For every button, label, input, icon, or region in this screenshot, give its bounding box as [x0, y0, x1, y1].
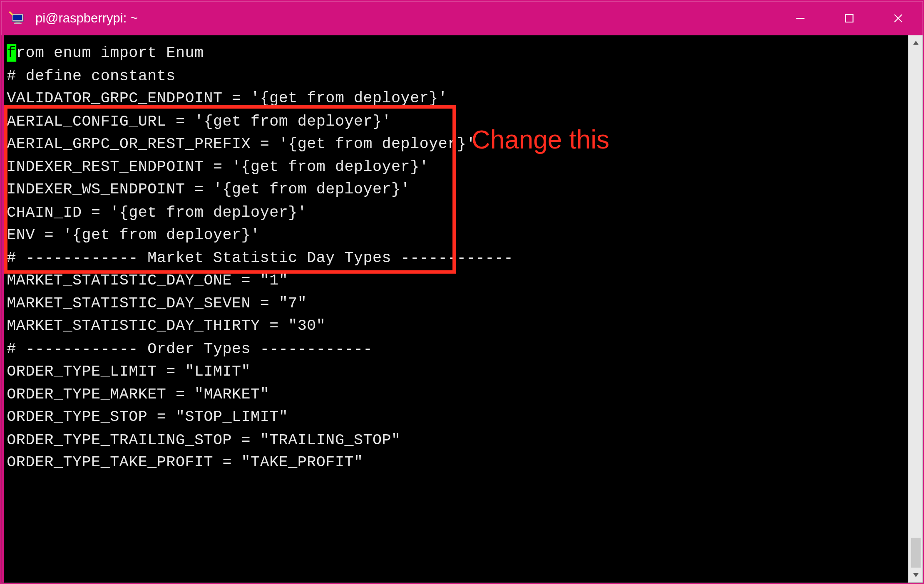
- terminal-area: from enum import Enum # define constants…: [1, 35, 923, 583]
- code-line: # ------------ Market Statistic Day Type…: [4, 247, 908, 270]
- code-line: ORDER_TYPE_STOP = "STOP_LIMIT": [4, 406, 908, 429]
- scrollbar[interactable]: [908, 35, 923, 583]
- code-line: MARKET_STATISTIC_DAY_SEVEN = "7": [4, 292, 908, 315]
- svg-rect-3: [14, 23, 22, 24]
- code-line: MARKET_STATISTIC_DAY_ONE = "1": [4, 270, 908, 292]
- code-line: INDEXER_REST_ENDPOINT = '{get from deplo…: [4, 156, 908, 179]
- code-line: CHAIN_ID = '{get from deployer}': [4, 201, 908, 224]
- code-line: AERIAL_CONFIG_URL = '{get from deployer}…: [4, 110, 908, 133]
- cursor: f: [7, 44, 16, 62]
- code-line: ORDER_TYPE_MARKET = "MARKET": [4, 383, 908, 406]
- close-button[interactable]: [874, 1, 923, 35]
- app-icon: [1, 2, 34, 35]
- maximize-button[interactable]: [825, 1, 874, 35]
- code-text: rom enum import Enum: [16, 44, 204, 62]
- window-title: pi@raspberrypi: ~: [34, 11, 138, 26]
- svg-rect-2: [15, 22, 20, 23]
- minimize-button[interactable]: [776, 1, 825, 35]
- code-line: # define constants: [4, 65, 908, 88]
- terminal-content[interactable]: from enum import Enum # define constants…: [4, 35, 908, 583]
- scroll-up-arrow[interactable]: [908, 35, 923, 50]
- annotation-label: Change this: [472, 129, 609, 152]
- code-line: ORDER_TYPE_LIMIT = "LIMIT": [4, 361, 908, 384]
- window-titlebar[interactable]: pi@raspberrypi: ~: [1, 1, 923, 35]
- code-line: INDEXER_WS_ENDPOINT = '{get from deploye…: [4, 178, 908, 201]
- code-line: VALIDATOR_GRPC_ENDPOINT = '{get from dep…: [4, 88, 908, 111]
- svg-rect-5: [846, 15, 853, 22]
- code-line: AERIAL_GRPC_OR_REST_PREFIX = '{get from …: [4, 133, 908, 156]
- code-line: # ------------ Order Types ------------: [4, 338, 908, 361]
- code-line: MARKET_STATISTIC_DAY_THIRTY = "30": [4, 315, 908, 338]
- scroll-thumb[interactable]: [911, 538, 920, 568]
- code-line: ENV = '{get from deployer}': [4, 224, 908, 247]
- code-line: ORDER_TYPE_TAKE_PROFIT = "TAKE_PROFIT": [4, 452, 908, 475]
- putty-window: pi@raspberrypi: ~ from enum import Enum …: [0, 0, 924, 584]
- code-line: from enum import Enum: [4, 42, 908, 65]
- window-controls: [776, 1, 923, 35]
- scroll-down-arrow[interactable]: [908, 568, 923, 583]
- code-line: ORDER_TYPE_TRAILING_STOP = "TRAILING_STO…: [4, 429, 908, 452]
- svg-rect-1: [13, 15, 22, 20]
